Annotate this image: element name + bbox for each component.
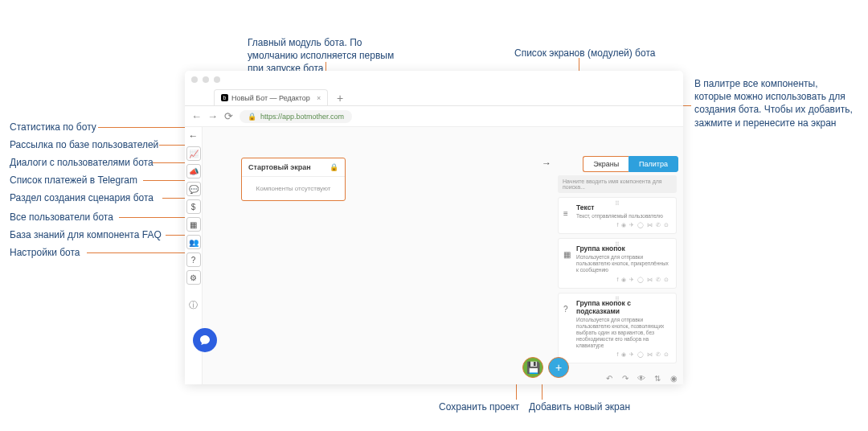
sidebar-dialogs-button[interactable]: 💬 bbox=[186, 182, 201, 196]
panel-expand-icon[interactable]: → bbox=[542, 158, 551, 169]
sidebar-settings-button[interactable]: ⚙ bbox=[186, 270, 201, 285]
browser-tabs: b Новый Бот — Редактор × + bbox=[185, 88, 683, 106]
bottom-toolbar: ↶ ↷ 👁 ⇅ ◉ bbox=[604, 374, 678, 383]
drag-handle-icon[interactable]: ⠿ bbox=[615, 241, 620, 248]
browser-urlbar: ← → ⟳ 🔒 https://app.botmother.com bbox=[185, 106, 683, 127]
sidebar-scenario-button[interactable]: ▦ bbox=[186, 217, 201, 232]
sidebar-mailing-button[interactable]: 📣 bbox=[186, 164, 201, 179]
palette-panel: Начните вводить имя компонента для поиск… bbox=[556, 172, 678, 365]
annotation-mailing: Рассылка по базе пользователей bbox=[10, 138, 158, 151]
tab-palette[interactable]: Палитра bbox=[628, 156, 678, 172]
tab-title: Новый Бот — Редактор bbox=[231, 94, 310, 102]
drag-handle-icon[interactable]: ⠿ bbox=[615, 296, 620, 303]
component-text[interactable]: ⠿ ≡ Текст Текст, отправляемый пользовате… bbox=[558, 197, 677, 234]
start-screen-empty-text: Компоненты отсутствуют bbox=[242, 177, 345, 200]
component-desc: Используется для отправки пользователю к… bbox=[576, 254, 669, 273]
sidebar-faq-button[interactable]: ? bbox=[186, 252, 201, 267]
tab-close-icon[interactable]: × bbox=[317, 94, 321, 102]
support-chat-button[interactable] bbox=[193, 328, 217, 352]
annotation-scenario: Раздел создания сценария бота bbox=[10, 191, 154, 204]
annotation-users: Все пользователи бота bbox=[10, 211, 113, 224]
tab-favicon: b bbox=[221, 94, 228, 101]
app-body: ← 📈 📣 💬 $ ▦ 👥 ? ⚙ ⓘ Стартовый экран 🔒 Ко… bbox=[185, 127, 683, 384]
annotation-dialogs: Диалоги с пользователями бота bbox=[10, 156, 154, 169]
nav-forward-icon[interactable]: → bbox=[207, 110, 217, 122]
window-close-dot[interactable] bbox=[191, 76, 198, 83]
sidebar-users-button[interactable]: 👥 bbox=[186, 235, 201, 249]
component-button-group[interactable]: ⠿ ▦ Группа кнопок Используется для отпра… bbox=[558, 238, 677, 288]
platform-icons: f ◉ ✈ ◯ ⋈ ✆ ⊙ bbox=[576, 222, 669, 228]
leader-add bbox=[542, 382, 542, 400]
lock-icon: 🔒 bbox=[248, 113, 256, 121]
component-desc: Используется для отправки пользователю к… bbox=[576, 317, 669, 350]
component-title: Текст bbox=[576, 203, 669, 211]
annotation-payments: Список платежей в Telegram bbox=[10, 174, 137, 187]
annotation-palette-desc: В палитре все компоненты, которые можно … bbox=[694, 77, 855, 129]
sort-icon[interactable]: ⇅ bbox=[653, 374, 662, 383]
save-project-button[interactable]: 💾 bbox=[522, 357, 543, 378]
platform-icons: f ◉ ✈ ◯ ⋈ ✆ ⊙ bbox=[576, 277, 669, 283]
sidebar-payments-button[interactable]: $ bbox=[186, 199, 201, 214]
component-button-hints[interactable]: ⠿ ? Группа кнопок с подсказками Использу… bbox=[558, 293, 677, 364]
leader-settings bbox=[87, 252, 196, 253]
leader-save bbox=[516, 382, 517, 400]
annotation-faq: База знаний для компонента FAQ bbox=[10, 228, 162, 241]
sidebar-info-icon[interactable]: ⓘ bbox=[189, 299, 198, 311]
platform-icons: f ◉ ✈ ◯ ⋈ ✆ ⊙ bbox=[576, 351, 669, 358]
drag-handle-icon[interactable]: ⠿ bbox=[615, 200, 620, 207]
annotation-screens-list: Список экранов (модулей) бота bbox=[514, 47, 655, 60]
annotation-stats: Статистика по боту bbox=[10, 121, 96, 133]
sidebar-collapse-icon[interactable]: ← bbox=[189, 130, 199, 142]
nav-back-icon[interactable]: ← bbox=[191, 110, 201, 122]
url-text: https://app.botmother.com bbox=[260, 113, 344, 121]
right-panel-tabs: Экраны Палитра bbox=[583, 156, 678, 172]
buttons-icon: ▦ bbox=[563, 250, 571, 259]
nav-reload-icon[interactable]: ⟳ bbox=[223, 110, 233, 122]
window-min-dot[interactable] bbox=[203, 76, 209, 83]
annotation-settings: Настройки бота bbox=[10, 246, 80, 259]
palette-search-input[interactable]: Начните вводить имя компонента для поиск… bbox=[558, 175, 677, 193]
component-desc: Текст, отправляемый пользователю bbox=[576, 213, 669, 220]
address-bar[interactable]: 🔒 https://app.botmother.com bbox=[240, 110, 352, 123]
window-controls bbox=[185, 71, 683, 88]
lock-icon: 🔒 bbox=[330, 163, 338, 171]
add-screen-button[interactable]: + bbox=[548, 357, 569, 378]
undo-icon[interactable]: ↶ bbox=[604, 374, 614, 383]
eye-icon[interactable]: 👁 bbox=[637, 374, 646, 383]
editor-canvas[interactable]: Стартовый экран 🔒 Компоненты отсутствуют… bbox=[203, 127, 683, 384]
tab-screens[interactable]: Экраны bbox=[583, 156, 628, 172]
window-max-dot[interactable] bbox=[214, 76, 220, 83]
start-screen-card[interactable]: Стартовый экран 🔒 Компоненты отсутствуют bbox=[241, 158, 346, 201]
browser-window: b Новый Бот — Редактор × + ← → ⟳ 🔒 https… bbox=[185, 71, 683, 384]
chat-icon bbox=[199, 334, 211, 347]
new-tab-button[interactable]: + bbox=[333, 91, 347, 105]
leader-stats bbox=[98, 127, 196, 128]
component-title: Группа кнопок bbox=[576, 244, 669, 252]
question-icon: ? bbox=[563, 305, 568, 314]
text-icon: ≡ bbox=[563, 209, 568, 218]
annotation-main-module: Главный модуль бота. По умолчанию исполн… bbox=[248, 36, 408, 76]
redo-icon[interactable]: ↷ bbox=[620, 374, 630, 383]
sidebar-stats-button[interactable]: 📈 bbox=[186, 146, 201, 161]
messenger-icon[interactable]: ◉ bbox=[669, 374, 678, 383]
start-screen-title: Стартовый экран bbox=[248, 163, 311, 171]
browser-tab[interactable]: b Новый Бот — Редактор × bbox=[214, 89, 328, 105]
annotation-save-project: Сохранить проект bbox=[439, 400, 519, 413]
annotation-add-screen: Добавить новый экран bbox=[529, 400, 630, 413]
component-title: Группа кнопок с подсказками bbox=[576, 299, 669, 315]
